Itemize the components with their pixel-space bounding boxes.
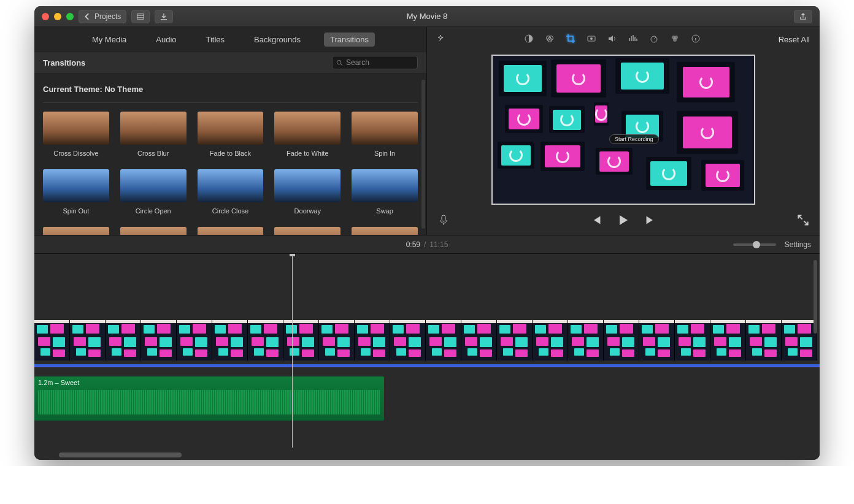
timeline-frame[interactable] (426, 320, 461, 361)
timeline-frame[interactable] (248, 320, 283, 361)
timeline-frame[interactable] (319, 320, 355, 361)
browser-scrollbar[interactable] (421, 80, 425, 229)
prev-button[interactable] (591, 215, 602, 228)
top-split: My MediaAudioTitlesBackgroundsTransition… (34, 27, 820, 235)
svg-rect-0 (137, 13, 144, 19)
share-button[interactable] (794, 10, 812, 23)
library-tab-titles[interactable]: Titles (200, 32, 231, 47)
timeline-frame[interactable] (533, 320, 568, 361)
timeline-hscroll[interactable] (59, 452, 182, 457)
timeline-frame[interactable] (746, 320, 782, 361)
transition-caption: Cross Blur (137, 150, 169, 157)
timeline-frame[interactable] (604, 320, 639, 361)
browser-title: Transitions (43, 58, 85, 67)
transition-circle-open[interactable]: Circle Open (120, 169, 187, 215)
timeline-frame[interactable] (710, 320, 746, 361)
magic-wand-button[interactable] (437, 34, 447, 45)
transition-tile[interactable] (43, 227, 109, 235)
filmstrip-icon (137, 13, 144, 20)
transition-fade-to-white[interactable]: Fade to White (274, 112, 340, 157)
projects-back-button[interactable]: Projects (79, 10, 126, 23)
color-balance-button[interactable] (524, 34, 534, 45)
transition-cross-dissolve[interactable]: Cross Dissolve (43, 112, 109, 157)
library-tab-transitions[interactable]: Transitions (324, 32, 375, 47)
timeline-frame[interactable] (355, 320, 390, 361)
info-button[interactable] (691, 34, 701, 45)
color-correct-icon (545, 34, 555, 44)
info-icon (691, 34, 701, 44)
timeline-settings-button[interactable]: Settings (785, 240, 811, 249)
noise-reduce-icon (628, 34, 638, 44)
skip-back-icon (591, 215, 602, 226)
transition-spin-out[interactable]: Spin Out (43, 169, 109, 215)
timeline-frame[interactable] (283, 320, 319, 361)
minimize-window-button[interactable] (54, 13, 61, 20)
next-button[interactable] (645, 215, 656, 228)
download-icon (160, 13, 167, 20)
library-tab-audio[interactable]: Audio (150, 32, 182, 47)
maximize-window-button[interactable] (66, 13, 74, 20)
skip-forward-icon (645, 215, 656, 226)
color-balance-icon (524, 34, 534, 44)
transition-caption: Circle Close (212, 207, 248, 215)
timeline-frame[interactable] (568, 320, 604, 361)
svg-point-7 (590, 37, 593, 40)
transition-tile[interactable] (274, 227, 340, 235)
library-tab-my-media[interactable]: My Media (86, 32, 133, 47)
transition-spin-in[interactable]: Spin In (352, 112, 418, 157)
timeline[interactable]: 1.2m – Sweet (34, 254, 820, 460)
timeline-frame[interactable] (461, 320, 497, 361)
noise-reduce-button[interactable] (628, 34, 638, 45)
timeline-vscroll[interactable] (814, 260, 817, 334)
search-input[interactable]: Search (332, 56, 418, 69)
volume-button[interactable] (607, 34, 617, 45)
transition-tile[interactable] (352, 227, 418, 235)
library-tab-backgrounds[interactable]: Backgrounds (248, 32, 307, 47)
crop-button[interactable] (566, 34, 575, 45)
filter-button[interactable] (670, 34, 680, 45)
import-button[interactable] (155, 10, 173, 23)
record-voiceover-button[interactable] (438, 215, 449, 228)
transition-tile[interactable] (198, 227, 264, 235)
total-time: 11:15 (429, 240, 448, 249)
playhead[interactable] (292, 254, 293, 448)
preview-tv (677, 111, 738, 154)
timeline-frame[interactable] (782, 320, 817, 361)
play-button[interactable] (618, 215, 629, 228)
timeline-frame[interactable] (212, 320, 248, 361)
video-track[interactable] (34, 320, 820, 364)
stabilize-icon (587, 34, 596, 44)
timeline-frame[interactable] (34, 320, 70, 361)
audio-clip[interactable]: 1.2m – Sweet (34, 376, 384, 421)
fullscreen-button[interactable] (798, 215, 809, 228)
timeline-frame[interactable] (390, 320, 426, 361)
transition-tile[interactable] (120, 227, 187, 235)
library-panel: My MediaAudioTitlesBackgroundsTransition… (34, 27, 427, 235)
close-window-button[interactable] (42, 13, 49, 20)
timeline-header: 0:59 / 11:15 Settings (34, 235, 820, 254)
reset-all-button[interactable]: Reset All (779, 35, 810, 44)
timeline-frame[interactable] (675, 320, 710, 361)
preview-tv (594, 102, 609, 126)
color-correct-button[interactable] (545, 34, 555, 45)
transition-swap[interactable]: Swap (352, 169, 418, 215)
transition-circle-close[interactable]: Circle Close (198, 169, 264, 215)
timeline-frame[interactable] (639, 320, 675, 361)
zoom-slider[interactable] (733, 243, 776, 246)
speed-button[interactable] (649, 34, 659, 45)
transition-fade-to-black[interactable]: Fade to Black (198, 112, 264, 157)
library-list-button[interactable] (131, 10, 150, 23)
preview-viewer[interactable]: Start Recording (491, 55, 755, 205)
timeline-frame[interactable] (70, 320, 106, 361)
traffic-lights (42, 13, 74, 20)
library-tabs: My MediaAudioTitlesBackgroundsTransition… (34, 27, 426, 52)
timeline-frame[interactable] (177, 320, 212, 361)
transition-cross-blur[interactable]: Cross Blur (120, 112, 187, 157)
transition-caption: Cross Dissolve (53, 150, 98, 157)
stabilize-button[interactable] (587, 34, 596, 45)
timeline-frame[interactable] (106, 320, 141, 361)
timeline-frame[interactable] (497, 320, 533, 361)
transition-doorway[interactable]: Doorway (274, 169, 340, 215)
timeline-frame[interactable] (141, 320, 177, 361)
transition-thumbnail (352, 169, 418, 202)
